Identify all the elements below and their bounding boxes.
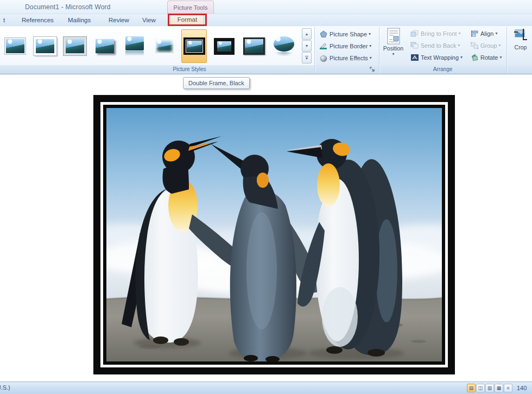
ribbon: ▲ ▼ ▼ Picture Shape ▾ Picture Border ▾ <box>0 26 532 74</box>
group-separator <box>506 27 507 73</box>
landscape-thumbnail-image <box>36 39 54 53</box>
crop-icon <box>514 28 528 44</box>
align-icon <box>470 30 479 37</box>
send-to-back-label: Send to Back <box>421 42 456 49</box>
tab-review[interactable]: Review <box>106 16 131 24</box>
send-to-back-button[interactable]: Send to Back ▾ <box>409 40 468 51</box>
gallery-scrollbar: ▲ ▼ ▼ <box>302 28 312 64</box>
arrange-column-2: Align ▾ Group ▾ Rotate ▾ <box>468 28 505 63</box>
style-thumbnail <box>34 37 56 55</box>
picture-border-button[interactable]: Picture Border ▾ <box>318 40 378 52</box>
style-thumbnail <box>214 38 235 55</box>
rotate-button[interactable]: Rotate ▾ <box>468 52 505 63</box>
gallery-more-icon[interactable]: ▼ <box>302 52 312 63</box>
group-label: Group <box>480 42 497 49</box>
arrange-column-1: Bring to Front ▾ Send to Back ▾ Text Wra… <box>409 28 468 63</box>
picture-border-icon <box>319 42 328 50</box>
text-wrapping-button[interactable]: Text Wrapping ▾ <box>409 52 468 63</box>
style-thumbnail <box>64 37 86 55</box>
style-thumbnail <box>96 39 114 53</box>
picture-style-beveled-oval-black[interactable] <box>271 29 296 63</box>
picture-style-simple-frame-white[interactable] <box>2 29 28 63</box>
dropdown-arrow-icon: ▾ <box>392 52 394 56</box>
bring-to-front-label: Bring to Front <box>421 30 457 37</box>
window-title: Document1 - Microsoft Word <box>25 3 111 11</box>
align-label: Align <box>480 30 493 37</box>
picture-style-thick-matte-black[interactable] <box>211 29 237 63</box>
landscape-thumbnail-image <box>274 36 294 52</box>
arrange-group-label: Arrange <box>379 66 506 72</box>
dropdown-arrow-icon: ▾ <box>370 55 372 60</box>
view-shortcuts: ▤ ◫ ▥ ▦ ≡ <box>467 384 513 392</box>
group-icon <box>470 42 479 49</box>
full-screen-reading-view-icon[interactable]: ◫ <box>476 384 485 392</box>
title-bar: Document1 - Microsoft Word Picture Tools <box>0 0 532 14</box>
picture-effects-button[interactable]: Picture Effects ▾ <box>318 52 378 63</box>
picture-shape-label: Picture Shape <box>330 31 367 37</box>
bring-to-front-icon <box>410 30 419 37</box>
picture-styles-group-label: Picture Styles <box>0 66 379 72</box>
picture-style-double-frame-black[interactable] <box>181 29 207 63</box>
style-thumbnail <box>183 37 205 55</box>
tab-format[interactable]: Format <box>170 15 204 25</box>
picture-shape-button[interactable]: Picture Shape ▾ <box>318 28 378 40</box>
tab-references[interactable]: References <box>20 16 56 24</box>
crop-label: Crop <box>515 44 527 50</box>
print-layout-view-icon[interactable]: ▤ <box>467 384 476 392</box>
picture-style-buttons: Picture Shape ▾ Picture Border ▾ Picture… <box>318 28 378 64</box>
picture-style-simple-frame-black[interactable] <box>241 29 267 63</box>
picture-style-soft-edge-rectangle[interactable] <box>151 29 177 63</box>
landscape-thumbnail-image <box>96 39 114 53</box>
picture-style-beveled-matte-white[interactable] <box>32 29 58 63</box>
ribbon-tab-row: t References Mailings Review View <box>0 14 532 26</box>
style-tooltip: Double Frame, Black <box>183 77 250 89</box>
landscape-thumbnail-image <box>217 41 231 52</box>
tab-partial-page-layout[interactable]: t <box>1 16 7 24</box>
style-thumbnail <box>155 39 174 53</box>
align-button[interactable]: Align ▾ <box>468 28 505 39</box>
dropdown-arrow-icon: ▾ <box>495 31 497 36</box>
gallery-more-glyph: ▼ <box>305 56 309 60</box>
group-button[interactable]: Group ▾ <box>468 40 505 51</box>
text-wrapping-icon <box>410 54 419 61</box>
dropdown-arrow-icon: ▾ <box>459 31 461 36</box>
picture-style-metal-frame[interactable] <box>62 29 87 63</box>
picture-effects-icon <box>319 54 328 62</box>
style-thumbnail <box>125 36 144 56</box>
picture-border-label: Picture Border <box>330 43 368 49</box>
picture-style-drop-shadow-rectangle[interactable] <box>92 29 117 63</box>
style-thumbnail <box>274 36 294 56</box>
gallery-scroll-down-icon[interactable]: ▼ <box>302 40 312 52</box>
picture-inner-frame <box>103 105 445 365</box>
style-thumbnail <box>5 38 26 54</box>
landscape-thumbnail-image <box>186 40 202 52</box>
tab-view[interactable]: View <box>140 16 158 24</box>
crop-button[interactable]: Crop <box>509 28 532 65</box>
picture-styles-gallery <box>0 27 314 65</box>
penguins-photo <box>106 108 442 361</box>
style-thumbnail <box>243 37 265 55</box>
gallery-scroll-up-icon[interactable]: ▲ <box>302 28 312 40</box>
language-status[interactable]: (U.S.) <box>0 384 10 391</box>
landscape-thumbnail-image <box>155 39 174 53</box>
position-label: Position <box>383 45 403 52</box>
web-layout-view-icon[interactable]: ▥ <box>485 384 494 392</box>
landscape-thumbnail-image <box>245 39 263 53</box>
dropdown-arrow-icon: ▾ <box>499 55 502 60</box>
tab-mailings[interactable]: Mailings <box>66 16 93 24</box>
picture-style-reflected-rounded-rectangle[interactable] <box>122 29 147 63</box>
picture-effects-label: Picture Effects <box>330 55 368 61</box>
outline-view-icon[interactable]: ▦ <box>495 384 503 392</box>
document-picture-double-frame[interactable] <box>93 95 455 374</box>
landscape-thumbnail-image <box>66 39 84 53</box>
dropdown-arrow-icon: ▾ <box>460 55 463 60</box>
picture-tools-contextual-label: Picture Tools <box>167 1 214 14</box>
bring-to-front-button[interactable]: Bring to Front ▾ <box>409 28 468 39</box>
text-wrapping-label: Text Wrapping <box>421 54 459 61</box>
landscape-thumbnail-image <box>6 39 24 53</box>
position-button[interactable]: Position ▾ <box>381 28 406 65</box>
send-to-back-icon <box>410 42 419 49</box>
zoom-level: 140 <box>517 385 527 391</box>
draft-view-icon[interactable]: ≡ <box>504 384 512 392</box>
dropdown-arrow-icon: ▾ <box>499 43 501 48</box>
